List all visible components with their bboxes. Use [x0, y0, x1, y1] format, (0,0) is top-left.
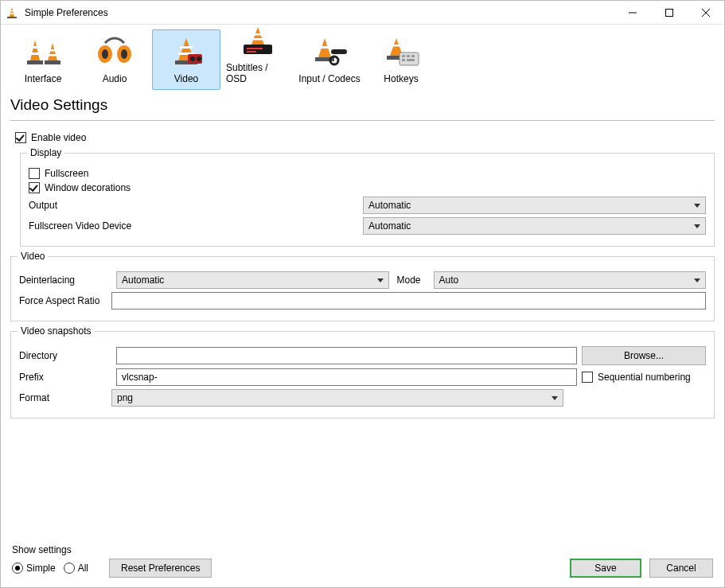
svg-marker-48	[694, 224, 700, 228]
group-snapshots-legend: Video snapshots	[18, 325, 95, 337]
mode-select-value: Auto	[439, 275, 459, 286]
category-interface-label: Interface	[25, 73, 62, 84]
window-decorations-row: Window decorations	[29, 182, 706, 193]
output-select[interactable]: Automatic	[363, 197, 706, 214]
svg-rect-10	[30, 53, 40, 55]
save-button-label: Save	[594, 563, 616, 574]
enable-video-label: Enable video	[31, 132, 86, 143]
reset-preferences-button[interactable]: Reset Preferences	[109, 559, 212, 578]
window-decorations-checkbox[interactable]	[29, 182, 40, 193]
category-subtitles-label: Subtitles / OSD	[226, 62, 290, 84]
directory-input[interactable]	[116, 347, 577, 364]
fs-device-label: Fullscreen Video Device	[29, 220, 363, 232]
close-button[interactable]	[688, 1, 724, 25]
svg-rect-31	[247, 48, 263, 49]
svg-rect-36	[331, 49, 347, 54]
cancel-button[interactable]: Cancel	[649, 559, 713, 578]
format-select[interactable]: png	[111, 389, 563, 407]
svg-rect-13	[49, 49, 57, 52]
svg-rect-46	[407, 59, 415, 61]
prefix-row: Prefix Sequential numbering	[19, 368, 706, 386]
fullscreen-label: Fullscreen	[45, 168, 88, 179]
svg-marker-8	[30, 40, 40, 60]
fullscreen-checkbox[interactable]	[29, 168, 40, 179]
category-audio[interactable]: Audio	[80, 29, 149, 90]
title-bar: Simple Preferences	[1, 1, 724, 25]
directory-row: Directory Browse...	[19, 346, 706, 365]
svg-rect-11	[27, 60, 43, 64]
chevron-down-icon	[691, 274, 704, 286]
svg-marker-0	[10, 7, 14, 17]
svg-rect-44	[411, 55, 415, 57]
svg-point-19	[121, 49, 127, 59]
vlc-cone-icon	[6, 6, 18, 19]
svg-marker-51	[552, 396, 558, 400]
format-select-value: png	[117, 392, 133, 403]
chevron-down-icon	[374, 274, 387, 286]
show-settings-label: Show settings	[12, 544, 212, 555]
category-subtitles[interactable]: Subtitles / OSD	[224, 29, 292, 90]
interface-icon	[24, 37, 62, 68]
svg-rect-3	[7, 17, 17, 18]
force-aspect-ratio-row: Force Aspect Ratio	[19, 292, 706, 310]
browse-button-label: Browse...	[624, 350, 664, 361]
svg-point-17	[102, 49, 108, 59]
enable-video-checkbox[interactable]	[15, 132, 26, 143]
force-aspect-ratio-input[interactable]	[111, 292, 706, 310]
save-button[interactable]: Save	[570, 559, 641, 578]
category-tabs: Interface Audio	[1, 25, 724, 90]
window-decorations-label: Window decorations	[45, 182, 131, 193]
category-hotkeys[interactable]: Hotkeys	[367, 29, 435, 90]
chevron-down-icon	[691, 220, 704, 232]
prefix-input[interactable]	[116, 368, 577, 386]
page-title: Video Settings	[10, 96, 715, 114]
mode-select[interactable]: Auto	[434, 271, 707, 289]
svg-point-26	[197, 56, 201, 61]
maximize-button[interactable]	[651, 1, 688, 25]
radio-dot-icon	[64, 563, 75, 574]
radio-all-label: All	[78, 563, 88, 574]
svg-rect-42	[402, 55, 405, 57]
browse-button[interactable]: Browse...	[582, 346, 706, 365]
category-interface[interactable]: Interface	[9, 29, 77, 90]
group-video: Video Deinterlacing Automatic Mode Auto …	[10, 256, 715, 321]
svg-rect-45	[402, 59, 405, 61]
show-settings-radios: Simple All Reset Preferences	[12, 559, 212, 578]
category-hotkeys-label: Hotkeys	[384, 73, 418, 84]
category-audio-label: Audio	[103, 73, 127, 84]
svg-rect-28	[252, 33, 263, 36]
output-label: Output	[29, 200, 363, 211]
svg-rect-1	[10, 10, 14, 11]
radio-dot-icon	[12, 563, 23, 574]
svg-rect-29	[251, 38, 264, 41]
fs-device-select[interactable]: Automatic	[363, 217, 706, 235]
svg-point-25	[190, 56, 195, 61]
directory-label: Directory	[19, 350, 111, 361]
subtitles-icon	[239, 25, 277, 57]
minimize-button[interactable]	[614, 1, 651, 25]
radio-all[interactable]: All	[64, 563, 88, 574]
category-video[interactable]: Video	[152, 29, 220, 90]
audio-icon	[95, 37, 134, 68]
video-icon	[167, 37, 205, 68]
category-video-label: Video	[174, 73, 198, 84]
group-snapshots: Video snapshots Directory Browse... Pref…	[10, 331, 715, 419]
deinterlacing-select[interactable]: Automatic	[116, 271, 389, 289]
fs-device-select-value: Automatic	[368, 220, 411, 232]
chevron-down-icon	[691, 199, 704, 212]
group-video-legend: Video	[18, 251, 48, 262]
group-display-legend: Display	[27, 147, 64, 158]
format-label: Format	[19, 392, 111, 403]
svg-rect-15	[45, 60, 60, 64]
reset-preferences-label: Reset Preferences	[121, 563, 200, 574]
hotkeys-icon	[382, 37, 420, 68]
sequential-numbering-checkbox[interactable]	[582, 372, 593, 383]
radio-simple[interactable]: Simple	[12, 563, 56, 574]
svg-rect-34	[319, 46, 330, 49]
svg-rect-39	[391, 45, 402, 47]
svg-marker-49	[377, 278, 384, 282]
deinterlacing-label: Deinterlacing	[19, 275, 111, 286]
window-title: Simple Preferences	[25, 7, 108, 18]
category-input-codecs[interactable]: Input / Codecs	[295, 29, 364, 90]
footer-bar: Show settings Simple All Reset Preferenc…	[1, 538, 724, 587]
